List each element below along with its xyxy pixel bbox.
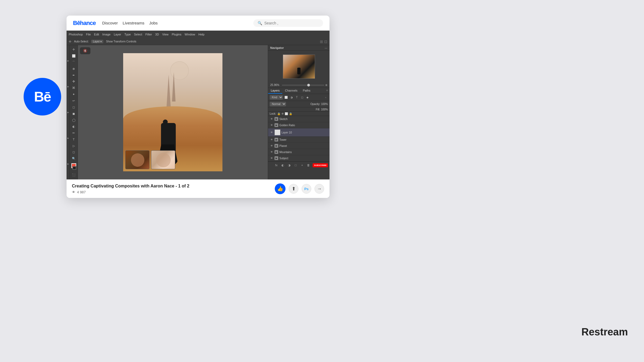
tool-path-select[interactable]: ▷ bbox=[71, 143, 77, 149]
layer-item-tower[interactable]: 👁 ▶ Tower bbox=[268, 137, 330, 143]
search-input[interactable] bbox=[264, 21, 319, 25]
ps-menu-edit[interactable]: Edit bbox=[94, 33, 99, 36]
tool-history-brush[interactable]: ↩ bbox=[71, 98, 77, 104]
ps-menu-file[interactable]: File bbox=[86, 33, 91, 36]
lock-all-icon[interactable]: 🔒 bbox=[289, 112, 292, 115]
nav-livestreams[interactable]: Livestreams bbox=[123, 21, 144, 25]
fill-value[interactable]: 100% bbox=[321, 108, 328, 111]
layer-group-btn[interactable]: □ bbox=[293, 163, 298, 168]
tab-paths[interactable]: Paths bbox=[300, 88, 313, 94]
tool-background-color[interactable] bbox=[72, 166, 76, 170]
ps-menu-3d[interactable]: 3D bbox=[155, 33, 159, 36]
nav-search-bar[interactable]: 🔍 bbox=[253, 19, 323, 27]
tool-eyedropper[interactable]: ✒ bbox=[71, 73, 77, 78]
share-button[interactable]: ⬆ bbox=[289, 184, 298, 194]
opacity-label: Opacity: bbox=[310, 103, 320, 106]
tool-dodge[interactable]: ◐ bbox=[71, 124, 77, 129]
layer-adjustment-btn[interactable]: ◑ bbox=[287, 163, 292, 168]
tool-pen[interactable]: ✏ bbox=[71, 130, 77, 136]
layer-mask-btn[interactable]: ◐ bbox=[280, 163, 285, 168]
layers-panel-menu[interactable]: ≡ bbox=[325, 88, 330, 94]
layer-visibility-layer10[interactable]: 👁 bbox=[270, 131, 273, 134]
ps-autoselect-dropdown[interactable]: Layer ▾ bbox=[91, 40, 103, 43]
layer-folder-golden: ▶ bbox=[275, 123, 278, 127]
tab-channels[interactable]: Channels bbox=[282, 88, 300, 94]
layer-new-btn[interactable]: + bbox=[300, 163, 305, 168]
lock-move-icon[interactable]: ✛ bbox=[281, 112, 284, 115]
expand-btn-5[interactable]: ▶ bbox=[67, 162, 69, 165]
lock-icon[interactable]: 🔒 bbox=[277, 112, 280, 115]
tool-crop[interactable]: ⊕ bbox=[71, 66, 77, 72]
layer-visibility-tower[interactable]: 👁 bbox=[270, 138, 273, 142]
ps-menu-image[interactable]: Image bbox=[102, 33, 111, 36]
layers-pixel-icon[interactable]: ⬜ bbox=[284, 95, 288, 100]
tool-blur[interactable]: ◯ bbox=[71, 117, 77, 123]
ps-menu-type[interactable]: Type bbox=[124, 33, 131, 36]
tool-heal[interactable]: ✜ bbox=[71, 79, 77, 85]
tool-select-rect[interactable]: ⬜ bbox=[71, 53, 77, 59]
thumbs-up-icon: 👍 bbox=[277, 186, 283, 192]
tool-move[interactable]: ✛ bbox=[71, 47, 77, 52]
layer-visibility-sketch[interactable]: 👁 bbox=[270, 117, 273, 121]
navigator-preview bbox=[283, 55, 315, 79]
layers-adjustment-icon[interactable]: ◑ bbox=[289, 95, 294, 100]
layer-visibility-subject[interactable]: 👁 bbox=[270, 156, 273, 160]
yt-subscribe-btn[interactable]: SUBSCRIBE bbox=[313, 163, 328, 167]
layer-visibility-mountains[interactable]: 👁 bbox=[270, 150, 273, 154]
layer-visibility-planet[interactable]: 👁 bbox=[270, 144, 273, 148]
tool-clone[interactable]: ✦ bbox=[71, 92, 77, 97]
expand-btn-4[interactable]: ▶ bbox=[67, 137, 69, 139]
blend-mode-select[interactable]: Normal bbox=[270, 102, 286, 106]
tool-shape[interactable]: ◻ bbox=[71, 150, 77, 155]
zoom-slider[interactable] bbox=[282, 85, 324, 85]
tool-screen-mode[interactable]: ⬛ bbox=[71, 172, 77, 178]
layers-filter-toggle[interactable]: ● bbox=[324, 95, 328, 100]
behance-logo[interactable]: Bē bbox=[24, 78, 61, 115]
ps-menu-layer[interactable]: Layer bbox=[114, 33, 121, 36]
photoshop-button[interactable]: Ps bbox=[302, 184, 311, 194]
next-button[interactable]: → bbox=[314, 184, 324, 194]
lock-artboard-icon[interactable]: ⬜ bbox=[285, 112, 288, 115]
ps-menu-filter[interactable]: Filter bbox=[145, 33, 152, 36]
mute-button[interactable]: 🔇 bbox=[80, 47, 90, 54]
expand-btn-1[interactable]: ▶ bbox=[67, 59, 69, 62]
layer-item-layer10[interactable]: 👁 Layer 10 bbox=[268, 128, 330, 137]
layer-item-subject[interactable]: 👁 ▶ Subject bbox=[268, 155, 330, 161]
layer-delete-btn[interactable]: 🗑 bbox=[306, 163, 311, 168]
like-button[interactable]: 👍 bbox=[275, 183, 286, 194]
behance-brand[interactable]: Bēhance bbox=[73, 20, 96, 27]
expand-btn-3[interactable]: ▶ bbox=[67, 111, 69, 114]
expand-btn-2[interactable]: ▶ bbox=[67, 85, 69, 88]
navigator-close[interactable]: — bbox=[325, 46, 327, 49]
artwork-figure-head bbox=[163, 120, 168, 124]
opacity-value[interactable]: 100% bbox=[321, 103, 328, 106]
artwork-moon bbox=[170, 61, 189, 80]
tool-eraser[interactable]: ◻ bbox=[71, 104, 77, 110]
ps-menu-select[interactable]: Select bbox=[134, 33, 142, 36]
tab-layers[interactable]: Layers bbox=[268, 88, 282, 94]
layer-folder-planet: ▶ bbox=[275, 144, 278, 148]
layers-shape-icon[interactable]: ◻ bbox=[300, 95, 304, 100]
tool-brush[interactable]: ⌘ bbox=[71, 85, 77, 91]
nav-discover[interactable]: Discover bbox=[102, 21, 118, 25]
ps-menu-photoshop[interactable]: Photoshop bbox=[69, 33, 83, 36]
nav-jobs[interactable]: Jobs bbox=[149, 21, 158, 25]
layer-fx-btn[interactable]: fx bbox=[274, 163, 279, 168]
layers-kind-select[interactable]: Kind bbox=[270, 95, 283, 100]
layer-item-planet[interactable]: 👁 ▶ Planet bbox=[268, 143, 330, 149]
layer-item-golden-ratio[interactable]: 👁 ▶ Golden Ratio bbox=[268, 122, 330, 128]
ps-menu-view[interactable]: View bbox=[162, 33, 169, 36]
layers-smart-icon[interactable]: ◆ bbox=[305, 95, 310, 100]
ps-menu-window[interactable]: Window bbox=[185, 33, 195, 36]
layers-text-icon[interactable]: T bbox=[295, 95, 299, 100]
layer-item-mountains[interactable]: 👁 ▶ Mountains bbox=[268, 149, 330, 155]
ps-menu-plugins[interactable]: Plugins bbox=[172, 33, 181, 36]
layer-item-sketch[interactable]: 👁 ▶ Sketch bbox=[268, 116, 330, 122]
behance-logo-text: Bē bbox=[34, 89, 51, 105]
layer-visibility-golden[interactable]: 👁 bbox=[270, 123, 273, 127]
tool-gradient[interactable]: ◼ bbox=[71, 111, 77, 117]
ps-menu-help[interactable]: Help bbox=[198, 33, 204, 36]
tool-text[interactable]: T bbox=[71, 137, 77, 142]
tool-zoom[interactable]: 🔍 bbox=[71, 156, 77, 161]
tool-lasso[interactable]: ⌒ bbox=[71, 60, 77, 65]
